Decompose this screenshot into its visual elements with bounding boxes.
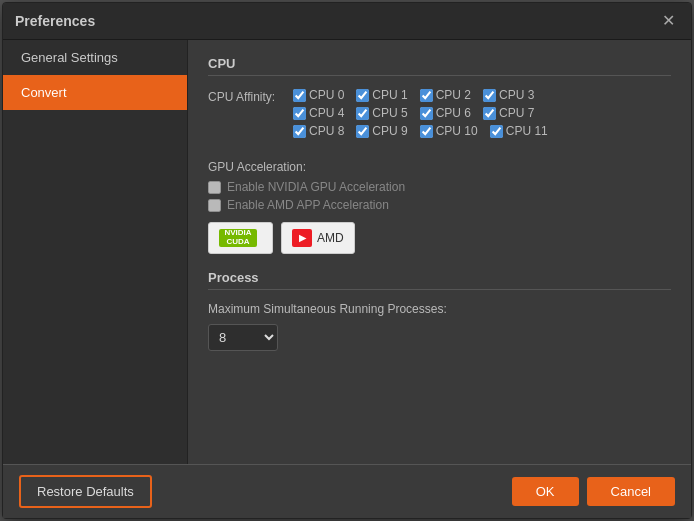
cpu-3-item[interactable]: CPU 3 [483, 88, 534, 102]
cpu-9-label: CPU 9 [372, 124, 407, 138]
cpu-2-label: CPU 2 [436, 88, 471, 102]
cpu-7-item[interactable]: CPU 7 [483, 106, 534, 120]
cpu-8-item[interactable]: CPU 8 [293, 124, 344, 138]
cpu-0-checkbox[interactable] [293, 89, 306, 102]
cpu-section: CPU CPU Affinity: CPU 0 CPU 1 [208, 56, 671, 144]
process-section: Process Maximum Simultaneous Running Pro… [208, 270, 671, 351]
cpu-8-label: CPU 8 [309, 124, 344, 138]
gpu-buttons: NVIDIACUDA ▶ AMD [208, 222, 671, 254]
process-select[interactable]: 1 2 3 4 5 6 7 8 9 10 [208, 324, 278, 351]
cpu-11-label: CPU 11 [506, 124, 548, 138]
cpu-9-item[interactable]: CPU 9 [356, 124, 407, 138]
cpu-row-2: CPU 8 CPU 9 CPU 10 [293, 124, 548, 138]
cpu-1-checkbox[interactable] [356, 89, 369, 102]
cpu-4-item[interactable]: CPU 4 [293, 106, 344, 120]
amd-gpu-label: Enable AMD APP Acceleration [227, 198, 389, 212]
ok-button[interactable]: OK [512, 477, 579, 506]
cpu-1-item[interactable]: CPU 1 [356, 88, 407, 102]
gpu-section: GPU Acceleration: Enable NVIDIA GPU Acce… [208, 160, 671, 254]
title-bar: Preferences ✕ [3, 3, 691, 40]
cpu-7-label: CPU 7 [499, 106, 534, 120]
cpu-11-item[interactable]: CPU 11 [490, 124, 548, 138]
cpu-7-checkbox[interactable] [483, 107, 496, 120]
cpu-0-item[interactable]: CPU 0 [293, 88, 344, 102]
cpu-affinity-row: CPU Affinity: CPU 0 CPU 1 [208, 88, 671, 138]
nvidia-gpu-label: Enable NVIDIA GPU Acceleration [227, 180, 405, 194]
amd-button[interactable]: ▶ AMD [281, 222, 355, 254]
cpu-checkboxes: CPU 0 CPU 1 CPU 2 [293, 88, 548, 138]
close-button[interactable]: ✕ [658, 11, 679, 31]
nvidia-gpu-option: Enable NVIDIA GPU Acceleration [208, 180, 671, 194]
cpu-11-checkbox[interactable] [490, 125, 503, 138]
main-content: CPU CPU Affinity: CPU 0 CPU 1 [188, 40, 691, 464]
cpu-row-1: CPU 4 CPU 5 CPU 6 [293, 106, 548, 120]
sidebar-item-general-settings[interactable]: General Settings [3, 40, 187, 75]
cpu-8-checkbox[interactable] [293, 125, 306, 138]
cpu-4-label: CPU 4 [309, 106, 344, 120]
cpu-10-checkbox[interactable] [420, 125, 433, 138]
footer-right: OK Cancel [512, 477, 675, 506]
cpu-5-item[interactable]: CPU 5 [356, 106, 407, 120]
cpu-10-item[interactable]: CPU 10 [420, 124, 478, 138]
preferences-dialog: Preferences ✕ General Settings Convert C… [2, 2, 692, 519]
process-section-title: Process [208, 270, 671, 290]
cpu-1-label: CPU 1 [372, 88, 407, 102]
cpu-6-label: CPU 6 [436, 106, 471, 120]
cpu-3-checkbox[interactable] [483, 89, 496, 102]
cpu-10-label: CPU 10 [436, 124, 478, 138]
cpu-affinity-label: CPU Affinity: [208, 88, 293, 104]
cpu-2-item[interactable]: CPU 2 [420, 88, 471, 102]
process-label: Maximum Simultaneous Running Processes: [208, 302, 671, 316]
amd-logo: ▶ [292, 229, 312, 247]
dialog-title: Preferences [15, 13, 95, 29]
nvidia-gpu-checkbox[interactable] [208, 181, 221, 194]
gpu-section-title: GPU Acceleration: [208, 160, 671, 174]
amd-gpu-checkbox[interactable] [208, 199, 221, 212]
restore-defaults-button[interactable]: Restore Defaults [19, 475, 152, 508]
nvidia-logo: NVIDIACUDA [219, 229, 257, 247]
cpu-section-title: CPU [208, 56, 671, 76]
cpu-2-checkbox[interactable] [420, 89, 433, 102]
nvidia-button[interactable]: NVIDIACUDA [208, 222, 273, 254]
cpu-4-checkbox[interactable] [293, 107, 306, 120]
cpu-6-checkbox[interactable] [420, 107, 433, 120]
cpu-0-label: CPU 0 [309, 88, 344, 102]
sidebar: General Settings Convert [3, 40, 188, 464]
amd-gpu-option: Enable AMD APP Acceleration [208, 198, 671, 212]
amd-button-label: AMD [317, 231, 344, 245]
cpu-9-checkbox[interactable] [356, 125, 369, 138]
cpu-6-item[interactable]: CPU 6 [420, 106, 471, 120]
sidebar-item-convert[interactable]: Convert [3, 75, 187, 110]
cpu-5-label: CPU 5 [372, 106, 407, 120]
dialog-body: General Settings Convert CPU CPU Affinit… [3, 40, 691, 464]
cpu-row-0: CPU 0 CPU 1 CPU 2 [293, 88, 548, 102]
cpu-3-label: CPU 3 [499, 88, 534, 102]
cpu-5-checkbox[interactable] [356, 107, 369, 120]
footer: Restore Defaults OK Cancel [3, 464, 691, 518]
cancel-button[interactable]: Cancel [587, 477, 675, 506]
